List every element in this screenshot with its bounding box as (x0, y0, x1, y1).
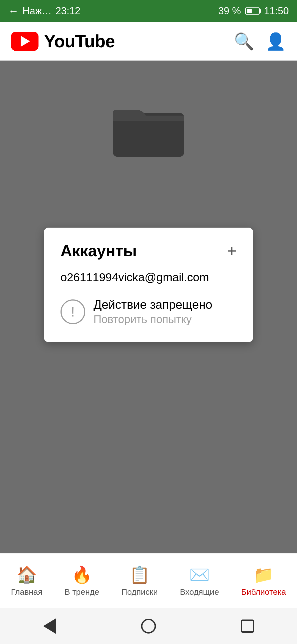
battery-fill (247, 9, 252, 13)
sys-home-button[interactable] (138, 615, 160, 637)
nav-label-subscriptions: Подписки (121, 587, 158, 597)
status-time: 23:12 (56, 5, 80, 17)
error-row: ! Действие запрещено Повторить попытку (61, 298, 237, 326)
exclamation-icon: ! (71, 305, 75, 319)
status-app-name: Наж… (23, 5, 52, 17)
inbox-icon: ✉️ (189, 565, 210, 585)
search-icon[interactable]: 🔍 (234, 32, 254, 51)
account-email[interactable]: o26111994vicka@gmail.com (61, 271, 237, 284)
back-arrow-icon: ← (8, 5, 19, 17)
bottom-nav: 🏠 Главная 🔥 В тренде 📋 Подписки ✉️ Входя… (0, 553, 297, 608)
status-bar: ← Наж… 23:12 39 % 11:50 (0, 0, 297, 22)
battery-icon (245, 7, 260, 15)
nav-label-home: Главная (11, 587, 42, 597)
accounts-dialog: Аккаунты + o26111994vicka@gmail.com ! Де… (44, 228, 253, 342)
nav-label-inbox: Входящие (180, 587, 219, 597)
home-icon: 🏠 (16, 565, 37, 585)
retry-link[interactable]: Повторить попытку (94, 313, 212, 326)
sys-recents-button[interactable] (237, 615, 258, 637)
app-bar-actions: 🔍 👤 (234, 32, 286, 51)
play-triangle-icon (21, 36, 30, 47)
back-triangle-icon (43, 618, 56, 634)
home-circle-icon (141, 619, 156, 634)
error-title: Действие запрещено (94, 298, 212, 312)
main-content: ВОЙТИ Аккаунты + o26111994vicka@gmail.co… (0, 61, 297, 553)
nav-item-trending[interactable]: 🔥 В тренде (65, 565, 99, 597)
error-icon-circle: ! (61, 299, 85, 324)
sys-back-button[interactable] (38, 615, 61, 637)
youtube-title: YouTube (44, 31, 115, 51)
recents-square-icon (241, 620, 254, 633)
app-bar: YouTube 🔍 👤 (0, 22, 297, 61)
dialog-overlay: Аккаунты + o26111994vicka@gmail.com ! Де… (0, 61, 297, 553)
nav-item-inbox[interactable]: ✉️ Входящие (180, 565, 219, 597)
nav-label-trending: В тренде (65, 587, 99, 597)
logo-area: YouTube (11, 31, 115, 51)
status-left: ← Наж… 23:12 (8, 5, 80, 17)
nav-label-library: Библиотека (241, 587, 286, 597)
battery-percent: 39 % (218, 5, 241, 17)
status-clock: 11:50 (264, 5, 289, 17)
add-account-button[interactable]: + (227, 243, 237, 259)
youtube-logo-icon (11, 32, 38, 51)
nav-item-home[interactable]: 🏠 Главная (11, 565, 42, 597)
error-text-col: Действие запрещено Повторить попытку (94, 298, 212, 326)
subscriptions-icon: 📋 (129, 565, 150, 585)
dialog-title: Аккаунты (61, 241, 137, 260)
status-right: 39 % 11:50 (218, 5, 289, 17)
dialog-header: Аккаунты + (61, 241, 237, 260)
nav-item-library[interactable]: 📁 Библиотека (241, 565, 286, 597)
system-nav-bar (0, 608, 297, 644)
nav-item-subscriptions[interactable]: 📋 Подписки (121, 565, 158, 597)
library-icon: 📁 (253, 565, 274, 585)
account-icon[interactable]: 👤 (265, 32, 286, 51)
trending-icon: 🔥 (72, 565, 92, 585)
